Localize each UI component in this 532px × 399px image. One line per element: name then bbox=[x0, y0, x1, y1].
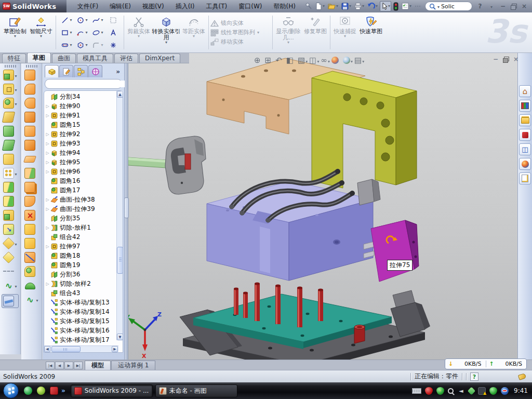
dropdown-icon[interactable] bbox=[15, 86, 17, 93]
messenger-icon[interactable] bbox=[24, 387, 32, 395]
close-icon[interactable]: × bbox=[521, 3, 528, 10]
model-magenta-block[interactable] bbox=[371, 220, 419, 282]
offset-surface-icon[interactable] bbox=[24, 140, 38, 151]
slot-tool-icon[interactable] bbox=[59, 39, 74, 51]
arc-tool-icon[interactable] bbox=[74, 26, 90, 39]
start-button[interactable] bbox=[3, 383, 19, 398]
doc-minimize-icon[interactable]: − bbox=[493, 56, 498, 63]
tree-filter-input[interactable] bbox=[50, 81, 126, 87]
dimxpertmanager-tab[interactable] bbox=[88, 65, 102, 77]
feature-tree-item[interactable]: 组合42 bbox=[45, 232, 113, 242]
print-icon[interactable] bbox=[353, 1, 365, 11]
help-dropdown-icon[interactable] bbox=[488, 3, 495, 10]
extend-surface-icon[interactable] bbox=[24, 196, 38, 207]
tree-horizontal-scrollbar[interactable]: ◀ ▶ bbox=[44, 345, 118, 352]
dropdown-icon[interactable] bbox=[15, 240, 17, 247]
new-file-icon[interactable] bbox=[314, 1, 325, 11]
previous-view-icon[interactable]: ↶ bbox=[275, 56, 285, 65]
graphics-viewport[interactable]: Y Z X bbox=[128, 53, 517, 360]
prev-tab-icon[interactable]: ◀ bbox=[55, 362, 64, 369]
expand-arrow-icon[interactable] bbox=[45, 207, 50, 211]
antivirus-shield-icon[interactable] bbox=[436, 387, 444, 395]
extruded-boss-icon[interactable] bbox=[3, 70, 17, 81]
panel-tabs-overflow[interactable]: » bbox=[116, 68, 123, 77]
solidworks-launcher-icon[interactable] bbox=[50, 387, 58, 395]
quick-snaps-button[interactable]: 快速捕捉 bbox=[332, 14, 358, 51]
lofted-surface-icon[interactable] bbox=[24, 112, 38, 123]
dropdown-icon[interactable] bbox=[15, 282, 17, 289]
combine-icon[interactable] bbox=[3, 196, 17, 207]
command-tab[interactable]: 草图 bbox=[27, 52, 51, 63]
dropdown-icon[interactable] bbox=[362, 56, 364, 65]
ellipse-tool-icon[interactable] bbox=[90, 26, 105, 39]
move-copy-body-icon[interactable] bbox=[3, 224, 17, 235]
plane-icon[interactable] bbox=[3, 252, 17, 263]
toolbar-overflow-icon[interactable] bbox=[414, 1, 422, 11]
split-icon[interactable] bbox=[3, 182, 17, 193]
sync-icon[interactable] bbox=[468, 387, 476, 395]
status-help-button[interactable]: ? bbox=[470, 373, 478, 381]
search-box[interactable] bbox=[425, 2, 472, 11]
knit-surface-icon[interactable] bbox=[24, 168, 38, 179]
linear-pattern-icon[interactable] bbox=[3, 168, 17, 179]
open-file-icon[interactable] bbox=[327, 1, 339, 11]
menu-item[interactable]: 视图(V) bbox=[137, 0, 170, 12]
rapid-sketch-button[interactable]: 快速草图 bbox=[358, 14, 384, 51]
trim-surface-icon[interactable] bbox=[24, 252, 38, 263]
feature-tree-item[interactable]: 分割36 bbox=[45, 270, 113, 279]
fillet-icon[interactable] bbox=[3, 98, 17, 109]
undo-icon[interactable] bbox=[366, 1, 378, 11]
expand-arrow-icon[interactable] bbox=[45, 244, 50, 249]
expand-arrow-icon[interactable] bbox=[45, 225, 50, 230]
feature-tree-item[interactable]: 分割34 bbox=[45, 92, 113, 101]
feature-tree-item[interactable]: 组合43 bbox=[45, 288, 113, 298]
model-gray-clamp[interactable] bbox=[165, 136, 206, 194]
view-palette-icon[interactable] bbox=[519, 143, 531, 155]
circle-tool-icon[interactable] bbox=[74, 14, 90, 26]
line-tool-icon[interactable] bbox=[59, 14, 74, 26]
selection-box-icon[interactable] bbox=[105, 14, 121, 26]
feature-tree-item[interactable]: 拉伸90 bbox=[45, 101, 113, 111]
thicken-icon[interactable] bbox=[24, 182, 38, 193]
expand-arrow-icon[interactable] bbox=[45, 282, 50, 286]
chamfer-icon[interactable] bbox=[3, 112, 17, 123]
feature-tree-item[interactable]: 拉伸95 bbox=[45, 157, 113, 167]
dome-icon[interactable] bbox=[24, 280, 38, 291]
expand-arrow-icon[interactable] bbox=[45, 160, 50, 165]
linear-sketch-pattern-button[interactable]: 线性草图阵列 bbox=[210, 29, 271, 36]
expand-arrow-icon[interactable] bbox=[45, 113, 50, 118]
feature-tree-item[interactable]: 圆角18 bbox=[45, 251, 113, 260]
feature-tree-item[interactable]: 实体-移动/复制15 bbox=[45, 316, 113, 326]
propertymanager-tab[interactable] bbox=[59, 65, 73, 77]
feature-tree-item[interactable]: 曲面-拉伸39 bbox=[45, 204, 113, 214]
configurationmanager-tab[interactable] bbox=[74, 65, 88, 77]
volume-icon[interactable] bbox=[457, 387, 465, 395]
toolbar-grip[interactable] bbox=[26, 65, 37, 68]
select-tool-icon[interactable] bbox=[380, 1, 391, 11]
splitter-handle[interactable] bbox=[124, 197, 129, 218]
minimize-icon[interactable]: − bbox=[499, 3, 507, 10]
surface-fillet-icon[interactable] bbox=[24, 266, 38, 277]
delete-face-icon[interactable] bbox=[24, 210, 38, 221]
apply-scene-icon[interactable] bbox=[343, 56, 353, 65]
menu-item[interactable]: 帮助(H) bbox=[268, 0, 301, 12]
last-tab-icon[interactable]: ▶| bbox=[74, 362, 83, 369]
command-tab[interactable]: 特征 bbox=[2, 54, 26, 63]
dropdown-icon[interactable] bbox=[317, 56, 319, 65]
feature-tree-item[interactable]: 拉伸93 bbox=[45, 139, 113, 148]
smart-dimension-button[interactable]: 智能尺寸 bbox=[28, 14, 54, 51]
expand-arrow-icon[interactable] bbox=[45, 132, 50, 137]
untrim-surface-icon[interactable] bbox=[24, 238, 38, 249]
rebuild-icon[interactable] bbox=[393, 1, 399, 11]
section-view-icon[interactable]: ◧ bbox=[286, 56, 296, 65]
feature-tree-item[interactable]: 圆角17 bbox=[45, 185, 113, 195]
dropdown-icon[interactable] bbox=[15, 170, 17, 177]
command-tab[interactable]: DimXpert bbox=[139, 54, 180, 63]
next-tab-icon[interactable]: ▶ bbox=[64, 362, 73, 369]
feature-tree-item[interactable]: 圆角16 bbox=[45, 176, 113, 185]
tag-icon[interactable] bbox=[518, 373, 526, 380]
command-tab[interactable]: 曲面 bbox=[52, 54, 76, 63]
first-tab-icon[interactable]: |◀ bbox=[46, 362, 55, 369]
menu-item[interactable]: 文件(F) bbox=[72, 0, 104, 12]
taskbar-window-button[interactable]: 未命名 - 画图 bbox=[155, 384, 237, 397]
